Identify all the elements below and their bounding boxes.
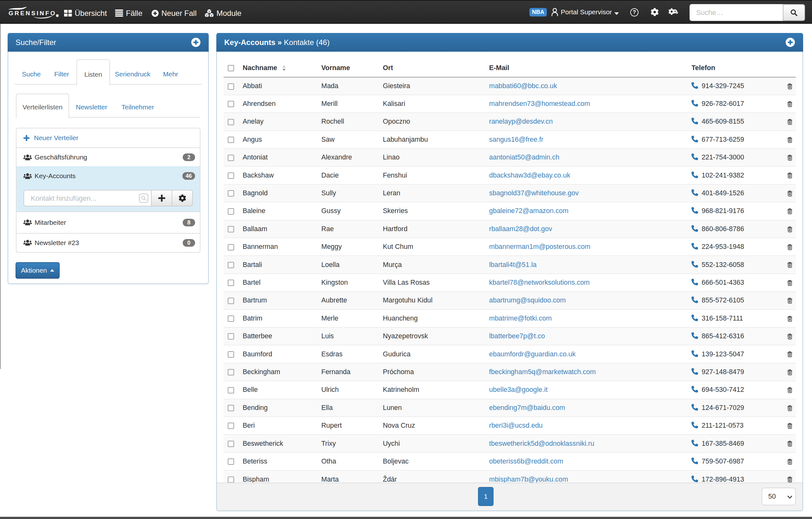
svg-text:GRENSINFO: GRENSINFO [8, 10, 56, 17]
